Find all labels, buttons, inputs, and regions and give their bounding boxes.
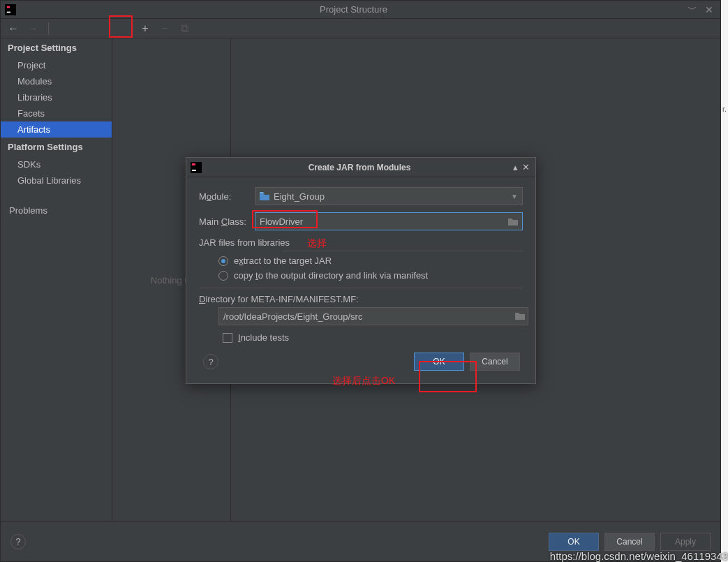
- cancel-button[interactable]: Cancel: [604, 533, 655, 551]
- toolbar: ← → + − ⧉: [1, 19, 720, 38]
- dialog-close-button[interactable]: ✕: [522, 162, 530, 172]
- svg-rect-5: [192, 170, 196, 171]
- app-icon: [191, 162, 202, 173]
- sidebar-group-platform: Platform Settings: [1, 138, 112, 156]
- dialog-titlebar: Create JAR from Modules ▴ ✕: [186, 158, 535, 177]
- sidebar-item-artifacts[interactable]: Artifacts: [1, 121, 112, 138]
- sidebar-item-project[interactable]: Project: [1, 57, 112, 73]
- chevron-down-icon: ▼: [511, 193, 518, 200]
- add-button[interactable]: +: [138, 22, 152, 36]
- checkbox-icon: [223, 333, 232, 343]
- remove-button: −: [158, 22, 172, 36]
- svg-rect-1: [7, 6, 10, 8]
- sidebar-item-sdks[interactable]: SDKs: [1, 156, 112, 172]
- include-tests-checkbox[interactable]: Include tests: [223, 332, 523, 343]
- sidebar-item-problems[interactable]: Problems: [1, 202, 112, 219]
- svg-rect-4: [192, 163, 195, 165]
- dialog-title: Create JAR from Modules: [206, 163, 513, 172]
- window-title: Project Structure: [20, 4, 687, 15]
- nav-back-button[interactable]: ←: [6, 22, 20, 36]
- separator: [48, 22, 49, 35]
- dialog-help-button[interactable]: ?: [203, 354, 218, 369]
- radio-icon: [218, 271, 228, 281]
- directory-input[interactable]: /root/IdeaProjects/Eight_Group/src: [218, 307, 528, 325]
- app-icon: [5, 4, 16, 15]
- apply-button: Apply: [660, 533, 711, 551]
- module-value: Eight_Group: [274, 191, 325, 202]
- dialog-ok-button[interactable]: OK: [414, 353, 464, 371]
- dialog-footer: ? OK Cancel: [199, 353, 523, 374]
- create-jar-dialog: Create JAR from Modules ▴ ✕ Module: Eigh…: [186, 157, 536, 384]
- module-label: Module:: [199, 191, 255, 202]
- directory-label: Directory for META-INF/MANIFEST.MF:: [199, 294, 523, 304]
- titlebar: Project Structure ﹀ ✕: [1, 1, 720, 19]
- folder-icon: [260, 192, 269, 200]
- annotation-text-clickok: 选择后点击OK: [332, 375, 395, 387]
- ok-button[interactable]: OK: [549, 533, 599, 551]
- main-class-label: Main Class:: [199, 216, 255, 227]
- svg-rect-2: [7, 11, 10, 13]
- copy-button: ⧉: [177, 22, 191, 36]
- radio-icon: [218, 256, 228, 266]
- directory-value: /root/IdeaProjects/Eight_Group/src: [223, 311, 362, 322]
- strip-text: r.: [722, 105, 727, 113]
- annotation-text-select: 选择: [307, 237, 327, 250]
- libs-section-label: JAR files from libraries: [199, 237, 523, 248]
- sidebar-item-facets[interactable]: Facets: [1, 105, 112, 121]
- background-strip: r.: [721, 0, 728, 562]
- dialog-cancel-button[interactable]: Cancel: [470, 353, 520, 371]
- dialog-minimize-button[interactable]: ▴: [513, 162, 518, 172]
- browse-icon[interactable]: [515, 311, 525, 322]
- main-class-input[interactable]: FlowDriver: [255, 212, 523, 230]
- nav-forward-button: →: [26, 22, 40, 36]
- sidebar-item-libraries[interactable]: Libraries: [1, 89, 112, 105]
- radio-copy[interactable]: copy to the output directory and link vi…: [218, 270, 523, 281]
- sidebar-item-modules[interactable]: Modules: [1, 73, 112, 89]
- main-class-value: FlowDriver: [260, 216, 303, 227]
- dialog-body: Module: Eight_Group ▼ Main Class: FlowDr…: [186, 177, 535, 383]
- radio-extract[interactable]: extract to the target JAR: [218, 256, 523, 266]
- watermark: https://blog.csdn.net/weixin_46119343: [550, 550, 728, 562]
- sidebar: Project Settings Project Modules Librari…: [1, 38, 112, 522]
- browse-icon[interactable]: [507, 215, 519, 228]
- help-button[interactable]: ?: [10, 534, 26, 549]
- sidebar-item-global-libraries[interactable]: Global Libraries: [1, 172, 112, 188]
- sidebar-group-project: Project Settings: [1, 38, 112, 57]
- minimize-button[interactable]: ﹀: [687, 4, 698, 15]
- close-button[interactable]: ✕: [704, 4, 715, 15]
- module-combo[interactable]: Eight_Group ▼: [255, 187, 523, 205]
